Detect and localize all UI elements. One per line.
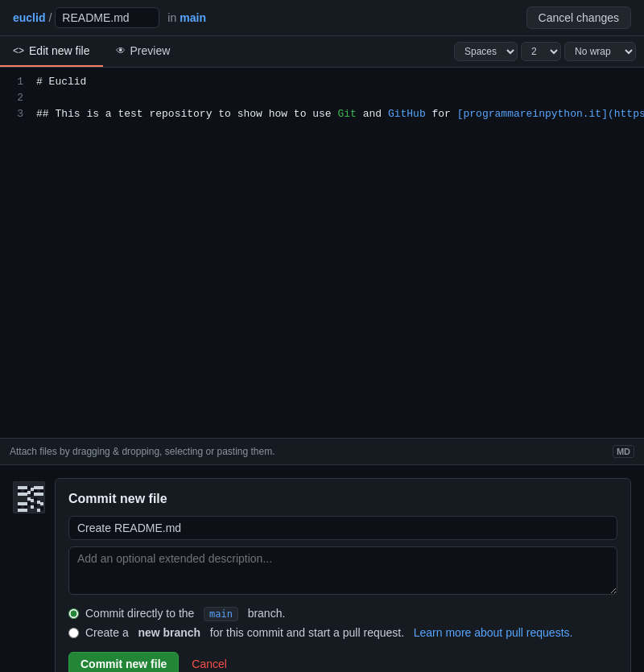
wrap-select[interactable]: No wrap Soft wrap <box>564 42 636 61</box>
commit-form: Commit new file Commit directly to the m… <box>55 478 631 672</box>
svg-rect-6 <box>18 493 21 496</box>
filename-input[interactable] <box>55 7 159 28</box>
copilot-icon <box>13 481 45 513</box>
top-bar: euclid / in main Cancel changes <box>0 0 644 36</box>
svg-rect-38 <box>40 507 43 510</box>
svg-rect-16 <box>34 489 37 493</box>
svg-rect-20 <box>40 493 43 496</box>
line-number-1: 1 <box>13 74 23 90</box>
code-line-3: ## This is a test repository to show how… <box>36 106 631 122</box>
action-buttons: Commit new file Cancel <box>68 652 617 672</box>
svg-rect-14 <box>37 486 40 489</box>
line-number-2: 2 <box>13 90 23 106</box>
breadcrumb: euclid / in main <box>13 7 206 28</box>
commit-options: Commit directly to the main branch. Crea… <box>68 607 617 639</box>
branch-label: in <box>167 11 176 24</box>
spaces-select[interactable]: Spaces <box>454 42 518 61</box>
code-area[interactable]: # Euclid ## This is a test repository to… <box>36 74 644 431</box>
code-line-2 <box>36 90 631 106</box>
svg-rect-23 <box>24 502 27 505</box>
svg-rect-18 <box>34 493 37 496</box>
svg-rect-33 <box>27 502 31 505</box>
branch-tag-main: main <box>204 607 238 621</box>
radio-pr-text: Create a new branch for this commit and … <box>85 626 572 639</box>
svg-rect-27 <box>21 509 24 512</box>
tab-edit[interactable]: <> Edit new file <box>0 36 103 67</box>
svg-rect-25 <box>24 505 27 509</box>
svg-rect-32 <box>37 501 40 504</box>
toolbar-options: Spaces 2 4 No wrap Soft wrap <box>454 42 644 61</box>
svg-rect-24 <box>18 505 21 509</box>
tab-preview-label: Preview <box>130 44 171 57</box>
commit-file-button[interactable]: Commit new file <box>68 652 179 672</box>
editor-toolbar: <> Edit new file 👁 Preview Spaces 2 4 No… <box>0 36 644 68</box>
svg-rect-29 <box>27 497 31 501</box>
cancel-commit-button[interactable]: Cancel <box>185 653 233 672</box>
svg-rect-12 <box>31 493 34 496</box>
repo-name[interactable]: euclid <box>13 11 45 24</box>
svg-rect-35 <box>34 504 37 507</box>
svg-rect-34 <box>31 505 34 509</box>
radio-pr-label[interactable]: Create a new branch for this commit and … <box>68 626 617 639</box>
learn-more-pr-link[interactable]: Learn more about pull requests. <box>414 626 573 639</box>
svg-rect-26 <box>18 509 21 512</box>
svg-rect-31 <box>34 497 37 501</box>
radio-direct-label[interactable]: Commit directly to the main branch. <box>68 607 617 620</box>
commit-summary-input[interactable] <box>68 516 617 540</box>
line-numbers: 1 2 3 <box>0 74 36 431</box>
svg-rect-2 <box>21 486 24 489</box>
svg-rect-8 <box>24 493 27 496</box>
svg-rect-37 <box>40 502 43 505</box>
copilot-icon-wrapper <box>13 480 45 512</box>
tab-preview[interactable]: 👁 Preview <box>103 36 184 67</box>
svg-rect-19 <box>37 493 40 496</box>
svg-rect-21 <box>18 502 21 505</box>
commit-description-textarea[interactable] <box>68 546 617 595</box>
svg-rect-7 <box>21 493 24 496</box>
tab-edit-label: Edit new file <box>29 44 89 57</box>
indent-size-select[interactable]: 2 4 <box>521 42 561 61</box>
code-line-1: # Euclid <box>36 74 631 90</box>
svg-rect-10 <box>31 488 34 491</box>
eye-icon: 👁 <box>116 45 126 56</box>
svg-rect-15 <box>40 486 43 489</box>
attach-text: Attach files by dragging & dropping, sel… <box>10 446 275 457</box>
svg-rect-3 <box>24 486 27 489</box>
svg-rect-17 <box>40 489 43 493</box>
markdown-icon: MD <box>613 445 634 458</box>
editor-content[interactable]: 1 2 3 # Euclid ## This is a test reposit… <box>0 68 644 438</box>
commit-area: Commit new file Commit directly to the m… <box>0 465 644 672</box>
svg-rect-28 <box>24 509 27 512</box>
svg-rect-9 <box>27 486 31 489</box>
radio-pr-input[interactable] <box>68 628 79 638</box>
branch-name: main <box>180 11 206 24</box>
editor-wrapper: 1 2 3 # Euclid ## This is a test reposit… <box>0 68 644 465</box>
svg-rect-5 <box>24 489 27 493</box>
commit-title: Commit new file <box>68 492 617 506</box>
breadcrumb-separator: / <box>48 11 52 24</box>
svg-rect-11 <box>27 491 31 494</box>
cancel-changes-button[interactable]: Cancel changes <box>526 6 631 29</box>
svg-rect-36 <box>37 509 40 512</box>
line-number-3: 3 <box>13 106 23 122</box>
radio-direct-text: Commit directly to the main branch. <box>85 607 285 620</box>
radio-direct-input[interactable] <box>68 608 79 619</box>
svg-rect-22 <box>21 502 24 505</box>
svg-rect-4 <box>18 489 21 493</box>
svg-rect-1 <box>18 486 21 489</box>
svg-rect-13 <box>34 486 37 489</box>
svg-rect-30 <box>31 499 34 502</box>
attach-bar: Attach files by dragging & dropping, sel… <box>0 438 644 464</box>
code-icon: <> <box>13 45 24 56</box>
